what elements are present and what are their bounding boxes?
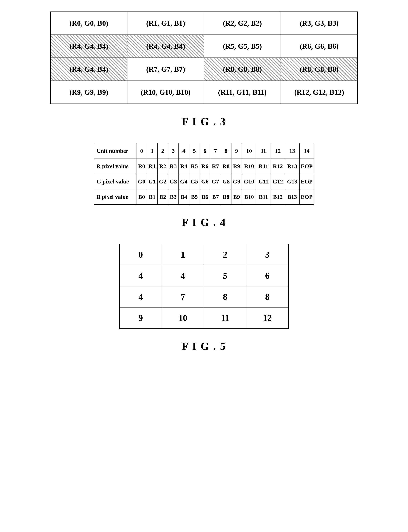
- fig4-cell-1-0: G0: [136, 174, 147, 189]
- fig5-cell-2-2: 8: [204, 286, 246, 307]
- fig4-cell-2-6: B6: [200, 189, 210, 205]
- fig4-cell-1-3: G3: [168, 174, 178, 189]
- fig4-cell-2-5: B5: [189, 189, 200, 205]
- fig4-header-cell-12: 12: [271, 143, 285, 159]
- fig4-cell-0-11: R11: [256, 159, 271, 174]
- fig4-cell-2-1: B1: [147, 189, 157, 205]
- fig5-cell-0-1: 1: [162, 244, 204, 265]
- fig4-cell-2-13: B13: [285, 189, 299, 205]
- fig5-cell-0-0: 0: [119, 244, 162, 265]
- fig5-cell-3-3: 12: [246, 307, 289, 328]
- fig4-cell-0-14: EOP: [299, 159, 314, 174]
- fig4-row-label-0: R pixel value: [94, 159, 136, 174]
- fig5-cell-3-0: 9: [119, 307, 162, 328]
- fig4-header-cell-3: 3: [168, 143, 178, 159]
- fig5-cell-3-1: 10: [162, 307, 204, 328]
- fig4-cell-1-4: G4: [178, 174, 189, 189]
- fig4-cell-1-7: G7: [210, 174, 221, 189]
- fig4-cell-2-10: B10: [242, 189, 256, 205]
- fig4-cell-1-12: G12: [271, 174, 285, 189]
- fig4-header-cell-2: 2: [157, 143, 168, 159]
- fig4-cell-1-1: G1: [147, 174, 157, 189]
- fig5-cell-0-2: 2: [204, 244, 246, 265]
- fig3-cell-2-3: (R8, G8, B8): [281, 58, 357, 81]
- fig4-header-cell-5: 5: [189, 143, 200, 159]
- fig4-table: Unit number01234567891011121314R pixel v…: [94, 143, 314, 205]
- fig3-cell-3-0: (R9, G9, B9): [51, 81, 127, 104]
- fig4-cell-0-1: R1: [147, 159, 157, 174]
- fig3-cell-2-2: (R8, G8, B8): [204, 58, 281, 81]
- fig5-cell-0-3: 3: [246, 244, 289, 265]
- fig5-cell-1-1: 4: [162, 265, 204, 286]
- fig4-header-cell-4: 4: [178, 143, 189, 159]
- fig3-cell-2-0: (R4, G4, B4): [51, 58, 127, 81]
- fig4-cell-2-14: EOP: [299, 189, 314, 205]
- fig4-cell-0-0: R0: [136, 159, 147, 174]
- fig4-header-cell-9: 9: [231, 143, 242, 159]
- fig3-label: F I G . 3: [182, 115, 226, 128]
- fig3-table: (R0, G0, B0)(R1, G1, B1)(R2, G2, B2)(R3,…: [50, 11, 358, 104]
- fig4-cell-0-9: R9: [231, 159, 242, 174]
- fig5-table: 0123445647889101112: [119, 244, 289, 329]
- fig3-cell-0-2: (R2, G2, B2): [204, 12, 281, 35]
- fig3-cell-0-0: (R0, G0, B0): [51, 12, 127, 35]
- fig4-cell-2-4: B4: [178, 189, 189, 205]
- fig4-cell-1-6: G6: [200, 174, 210, 189]
- fig4-cell-2-9: B9: [231, 189, 242, 205]
- fig3-cell-1-0: (R4, G4, B4): [51, 35, 127, 58]
- fig4-header-cell-8: 8: [221, 143, 231, 159]
- fig4-cell-0-8: R8: [221, 159, 231, 174]
- fig5-cell-2-0: 4: [119, 286, 162, 307]
- fig4-cell-2-11: B11: [256, 189, 271, 205]
- fig4-cell-1-5: G5: [189, 174, 200, 189]
- fig5-cell-1-3: 6: [246, 265, 289, 286]
- fig3-cell-0-3: (R3, G3, B3): [281, 12, 357, 35]
- fig4-cell-0-6: R6: [200, 159, 210, 174]
- fig4-header-cell-7: 7: [210, 143, 221, 159]
- fig4-cell-0-7: R7: [210, 159, 221, 174]
- fig4-cell-1-11: G11: [256, 174, 271, 189]
- fig4-row-label-2: B pixel value: [94, 189, 136, 205]
- fig4-header-cell-1: 1: [147, 143, 157, 159]
- fig4-header-label: Unit number: [94, 143, 136, 159]
- fig4-cell-1-8: G8: [221, 174, 231, 189]
- fig4-cell-2-12: B12: [271, 189, 285, 205]
- fig5-section: 0123445647889101112 F I G . 5: [15, 244, 393, 352]
- fig4-header-cell-10: 10: [242, 143, 256, 159]
- fig4-cell-1-14: EOP: [299, 174, 314, 189]
- fig3-cell-2-1: (R7, G7, B7): [127, 58, 204, 81]
- fig4-cell-2-0: B0: [136, 189, 147, 205]
- fig4-cell-0-12: R12: [271, 159, 285, 174]
- fig3-section: (R0, G0, B0)(R1, G1, B1)(R2, G2, B2)(R3,…: [15, 11, 393, 128]
- fig3-cell-3-3: (R12, G12, B12): [281, 81, 357, 104]
- fig4-cell-0-5: R5: [189, 159, 200, 174]
- fig3-cell-0-1: (R1, G1, B1): [127, 12, 204, 35]
- fig4-cell-2-2: B2: [157, 189, 168, 205]
- fig5-cell-3-2: 11: [204, 307, 246, 328]
- fig3-cell-3-1: (R10, G10, B10): [127, 81, 204, 104]
- fig4-cell-1-10: G10: [242, 174, 256, 189]
- fig3-cell-1-1: (R4, G4, B4): [127, 35, 204, 58]
- fig4-header-cell-11: 11: [256, 143, 271, 159]
- fig4-cell-1-9: G9: [231, 174, 242, 189]
- fig5-cell-2-3: 8: [246, 286, 289, 307]
- fig4-cell-0-13: R13: [285, 159, 299, 174]
- fig5-cell-1-0: 4: [119, 265, 162, 286]
- fig5-cell-2-1: 7: [162, 286, 204, 307]
- fig4-header-cell-6: 6: [200, 143, 210, 159]
- fig4-cell-0-3: R3: [168, 159, 178, 174]
- fig3-cell-1-2: (R5, G5, B5): [204, 35, 281, 58]
- fig4-row-label-1: G pixel value: [94, 174, 136, 189]
- fig4-section: Unit number01234567891011121314R pixel v…: [15, 143, 393, 229]
- fig4-label: F I G . 4: [182, 216, 226, 229]
- fig4-cell-0-2: R2: [157, 159, 168, 174]
- fig3-cell-1-3: (R6, G6, B6): [281, 35, 357, 58]
- fig5-cell-1-2: 5: [204, 265, 246, 286]
- fig4-cell-1-2: G2: [157, 174, 168, 189]
- fig4-header-cell-14: 14: [299, 143, 314, 159]
- fig4-cell-2-7: B7: [210, 189, 221, 205]
- fig5-label: F I G . 5: [182, 340, 226, 352]
- fig4-header-cell-0: 0: [136, 143, 147, 159]
- fig3-cell-3-2: (R11, G11, B11): [204, 81, 281, 104]
- fig4-cell-2-3: B3: [168, 189, 178, 205]
